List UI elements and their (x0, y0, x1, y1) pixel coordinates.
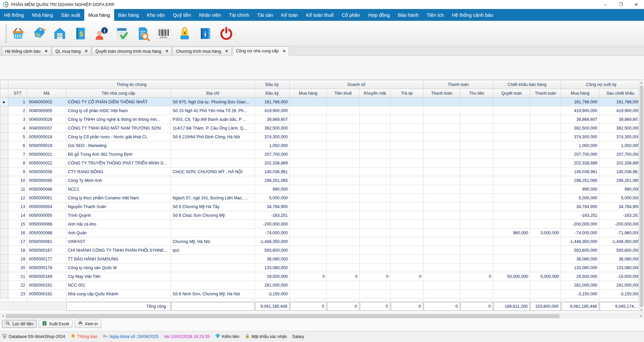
barcode-icon[interactable]: 0080030 (156, 26, 172, 41)
menu-item-1[interactable]: Hệ thống (0, 9, 28, 21)
column-header-1[interactable]: STT (8, 89, 27, 98)
column-header-15[interactable]: Sau chiết khấu (599, 89, 642, 98)
table-row[interactable]: 40040000037CÔNG TY TNHH BẢO MẬT NAM TRƯỜ… (0, 124, 642, 133)
menu-item-12[interactable]: Kế toán thuế (302, 9, 337, 21)
tab-close-icon[interactable]: ✕ (85, 49, 88, 53)
horizontal-scrollbar[interactable]: ◄ ► (0, 313, 644, 319)
horizontal-scroll-thumb[interactable] (6, 314, 560, 318)
basket-icon[interactable] (10, 26, 26, 41)
scroll-left-icon[interactable]: ◄ (0, 313, 6, 319)
table-row[interactable]: 120050000051Công ty thực phẩm Conamo Việ… (0, 194, 642, 202)
spacer-cell (171, 298, 255, 301)
menu-item-4[interactable]: Mua hàng (84, 9, 114, 21)
menu-item-9[interactable]: Tài chính (225, 9, 253, 21)
tab-2[interactable]: QL mua hàng✕ (52, 47, 91, 55)
table-row[interactable]: 130050000054Nguyễn Thanh XuânSố 6 Chương… (0, 202, 642, 211)
vertical-scrollbar[interactable]: ▲ ▼ (638, 80, 644, 313)
cell: 382,500,000 (561, 124, 599, 133)
price-book-icon[interactable]: $ (73, 26, 88, 41)
column-header-3[interactable]: Tên nhà cung cấp (66, 89, 171, 98)
maximize-button[interactable]: ❐ (613, 0, 629, 9)
table-row[interactable]: 20040000005Công ty cổ phần AIDC Việt Nam… (0, 106, 642, 115)
column-header-8[interactable]: Khuyến mãi (360, 89, 390, 98)
cell: NCC 001 (66, 281, 171, 290)
print-preview-button[interactable]: Xem in (75, 320, 101, 328)
column-header-7[interactable]: Tiền thuế (327, 89, 360, 98)
table-row[interactable]: 210050000189Cty May Việt Tiến29,500,0000… (0, 272, 642, 281)
export-excel-button[interactable]: XXuất Excel (39, 320, 73, 328)
tab-4[interactable]: Chương trình mua hàng✕ (173, 47, 231, 55)
menu-item-8[interactable]: Nhân viên (195, 9, 225, 21)
menu-item-2[interactable]: Nhà hàng (28, 9, 57, 21)
table-row[interactable]: 80050000022CÔNG TY TRUYỀN THÔNG PHÁT TRI… (0, 159, 642, 167)
column-header-10[interactable]: Thanh toán (423, 89, 460, 98)
tab-5[interactable]: Công nợ nhà cung cấp✕ (233, 46, 289, 56)
tab-close-icon[interactable]: ✕ (283, 49, 286, 53)
table-row[interactable]: 70050000021Đồ gỗ Trung Anh 362 Trương Đị… (0, 150, 642, 159)
close-button[interactable]: ✕ (629, 0, 644, 9)
cell (530, 263, 561, 272)
column-header-13[interactable]: Thanh toán (530, 89, 561, 98)
menu-item-17[interactable]: Hệ thống cảnh báo (448, 9, 497, 21)
tab-close-icon[interactable]: ✕ (45, 49, 48, 53)
column-header-4[interactable]: Địa chỉ (171, 89, 255, 98)
table-row[interactable]: 170050000081VINFASTChương Mỹ, Hà Nội-1,4… (0, 237, 642, 246)
menu-item-7[interactable]: Quỹ tiền (169, 9, 195, 21)
column-header-9[interactable]: Trả lại (390, 89, 423, 98)
customer-info-icon[interactable]: i (94, 26, 109, 41)
menu-item-13[interactable]: Cổ phần (338, 9, 364, 21)
table-row[interactable]: 160050000068Anh Quân-74,000,000960,0003,… (0, 229, 642, 237)
table-row[interactable]: 150050000066Anh Hải cá kho-200,000,000-2… (0, 220, 642, 229)
table-row[interactable]: 60050000019Gói SEO - Marketing1,050,0001… (0, 141, 642, 150)
vertical-scroll-thumb[interactable] (640, 86, 643, 307)
warehouse-icon[interactable] (52, 26, 67, 41)
table-row[interactable]: ▶10040000002CÔNG TY CỔ PHẦN DIÊM THỐNG N… (0, 98, 642, 106)
menu-item-11[interactable]: Kế toán (277, 9, 302, 21)
filter-data-button[interactable]: Lọc dữ liệu (2, 320, 37, 328)
totals-value: 0 (327, 302, 359, 311)
menu-item-14[interactable]: Hợp đồng (364, 9, 394, 21)
minimize-button[interactable]: – (598, 0, 613, 9)
table-row[interactable]: 30040000026Công ty TNHH công nghệ & thôn… (0, 115, 642, 124)
status-text: Salary (292, 334, 304, 339)
table-row[interactable]: 100050000045Công Ty Minh Anh296,251,0652… (0, 176, 642, 185)
power-icon[interactable] (219, 26, 234, 41)
table-row[interactable]: 230050000192Nhà cung cấp Quốc KhánhSố 6 … (0, 290, 642, 298)
tab-3[interactable]: Quyết toán chương trình mua hàng✕ (92, 47, 172, 55)
table-row[interactable]: 190050000177TT BẢO HÀNH SAMSUNG36,080,00… (0, 255, 642, 263)
scroll-up-icon[interactable]: ▲ (639, 80, 644, 85)
tab-close-icon[interactable]: ✕ (165, 49, 168, 53)
table-row[interactable]: 110050000046NCC1990,000990,000990,000 (0, 185, 642, 194)
menu-item-15[interactable]: Bảo hành (394, 9, 423, 21)
table-row[interactable]: 90050000038CTY RẠNG ĐÔNGCHÚC SƠN, CHƯƠNG… (0, 167, 642, 176)
menu-item-3[interactable]: Sản xuất (57, 9, 84, 21)
menu-item-10[interactable]: Tài sản (253, 9, 277, 21)
scroll-down-icon[interactable]: ▼ (639, 307, 644, 313)
menu-item-6[interactable]: Kho vận (143, 9, 169, 21)
cell: 114/17 Đề Thám, P. Cầu Ông Lãnh, Q... (171, 124, 255, 133)
cell (390, 98, 423, 106)
info-book-icon[interactable]: i (198, 26, 213, 41)
column-header-5[interactable]: Đầu kỳ (255, 89, 290, 98)
column-header-11[interactable]: Thu tiền (460, 89, 493, 98)
column-header-12[interactable]: Quyết toán (493, 89, 530, 98)
cell: -200,000,000 (561, 220, 599, 229)
document-search-icon[interactable] (135, 26, 151, 41)
cell: 960,000 (493, 229, 530, 237)
table-row[interactable]: 180050000167CHI NHÁNH CÔNG TY TNHH PHÂN … (0, 246, 642, 255)
order-check-icon[interactable] (114, 26, 130, 41)
tab-1[interactable]: Hệ thống cảnh báo✕ (2, 47, 51, 55)
table-row[interactable]: 50050000018Công ty Cổ phần rượu - Nước g… (0, 133, 642, 141)
column-header-2[interactable]: Mã (27, 89, 66, 98)
security-lock-icon[interactable] (177, 26, 192, 41)
discount-tag-icon[interactable]: % (31, 26, 47, 41)
table-row[interactable]: 200050000178Công ty nông sản Quốc tế133,… (0, 263, 642, 272)
table-row[interactable]: 140050000055Trình QuỳnhSố 6 Chúc Sơn Chư… (0, 211, 642, 220)
menu-item-16[interactable]: Tiện ích (423, 9, 448, 21)
tab-close-icon[interactable]: ✕ (225, 49, 228, 53)
scroll-right-icon[interactable]: ► (638, 313, 644, 319)
column-header-14[interactable]: Mua hàng (561, 89, 599, 98)
column-header-6[interactable]: Mua hàng (290, 89, 327, 98)
table-row[interactable]: 220050000191NCC 001281,000,000281,000,00… (0, 281, 642, 290)
menu-item-5[interactable]: Bán hàng (114, 9, 143, 21)
